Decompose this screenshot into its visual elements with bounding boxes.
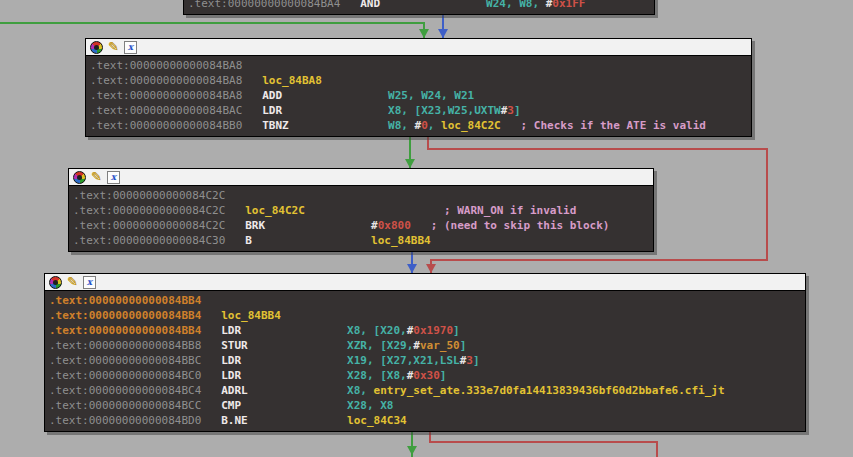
punctuation: , — [433, 354, 440, 367]
punctuation: # — [413, 339, 420, 352]
code-label: loc_84BB4 — [371, 234, 431, 247]
node-body: .text:00000000000084BA8.text:00000000000… — [86, 56, 751, 136]
punctuation — [201, 339, 221, 352]
code-line[interactable]: .text:00000000000084BBC LDR X19, [X27,X2… — [49, 353, 805, 368]
punctuation: , [ — [367, 354, 387, 367]
code-line[interactable]: .text:00000000000084BB4 LDR X8, [X20,#0x… — [49, 323, 805, 338]
address-highlighted: .text:00000000000084BB4 — [49, 309, 201, 322]
punctuation: , — [441, 89, 454, 102]
punctuation — [201, 369, 221, 382]
code-line[interactable]: .text:00000000000084C2C BRK #0x800 ; (ne… — [73, 218, 653, 233]
register: X23 — [421, 104, 441, 117]
register: LSL — [440, 354, 460, 367]
edge-84c2c-to-84bb4-blue-arrowhead — [407, 264, 417, 273]
code-line[interactable]: .text:00000000000084BA8 ADD W25, W24, W2… — [90, 88, 751, 103]
node-color-wheel-icon[interactable] — [73, 171, 86, 184]
edge-84bb4-out-red — [429, 441, 658, 443]
code-label: loc_84C34 — [347, 414, 407, 427]
register: X8 — [388, 104, 401, 117]
graph-canvas[interactable]: .text:00000000000084BA4 AND W24, W8, #0x… — [0, 0, 853, 457]
code-line[interactable]: .text:00000000000084BD0 B.NE loc_84C34 — [49, 413, 805, 428]
punctuation — [201, 414, 221, 427]
edge-84ba8-to-84c2c-green-arrowhead — [405, 159, 415, 168]
mnemonic: LDR — [262, 104, 388, 117]
punctuation: , — [401, 119, 414, 132]
register: W24 — [486, 0, 506, 10]
code-line[interactable]: .text:00000000000084BC4 ADRL X8, entry_s… — [49, 383, 805, 398]
edge-84ba8-to-84bb4-red — [766, 148, 768, 261]
edge-incoming-green-arrowhead — [419, 29, 429, 38]
register: X8 — [347, 384, 360, 397]
punctuation — [501, 119, 521, 132]
mnemonic: ADRL — [221, 384, 347, 397]
code-line[interactable]: .text:00000000000084C2C loc_84C2C ; WARN… — [73, 203, 653, 218]
address: .text:00000000000084C30 — [73, 234, 225, 247]
register: W25 — [388, 89, 408, 102]
code-line[interactable]: .text:00000000000084BA8 loc_84BA8 — [90, 73, 751, 88]
punctuation — [242, 104, 262, 117]
address: .text:00000000000084BB8 — [49, 339, 201, 352]
code-line[interactable]: .text:00000000000084BB4 loc_84BB4 — [49, 308, 805, 323]
pencil-icon[interactable]: ✎ — [108, 40, 119, 53]
register: X28 — [347, 369, 367, 382]
address: .text:00000000000084C2C — [73, 219, 225, 232]
mnemonic: B — [245, 234, 371, 247]
node-body: .text:00000000000084BB4.text:00000000000… — [45, 291, 805, 431]
code-line[interactable]: .text:00000000000084C2C — [73, 188, 653, 203]
register: W8 — [519, 0, 532, 10]
node-title-bar: ✎x — [86, 39, 751, 56]
node-body: .text:00000000000084C2C.text:00000000000… — [69, 186, 653, 251]
number-literal: 0x800 — [378, 219, 411, 232]
code-line[interactable]: .text:00000000000084BC0 LDR X28, [X8,#0x… — [49, 368, 805, 383]
mnemonic: BRK — [245, 219, 371, 232]
punctuation: , — [428, 119, 441, 132]
register: X28 — [347, 399, 367, 412]
code-line[interactable]: .text:00000000000084BB4 — [49, 293, 805, 308]
punctuation: , [ — [367, 369, 387, 382]
mnemonic: LDR — [221, 369, 347, 382]
address: .text:00000000000084BA4 — [188, 0, 340, 10]
code-line[interactable]: .text:00000000000084BCC CMP X28, X8 — [49, 398, 805, 413]
node-color-wheel-icon[interactable] — [90, 41, 103, 54]
code-line[interactable]: .text:00000000000084BA4 AND W24, W8, #0x… — [188, 0, 654, 11]
code-label: loc_84C2C — [441, 119, 501, 132]
mnemonic: ADD — [262, 89, 388, 102]
node-84ba4-partial[interactable]: .text:00000000000084BA4 AND W24, W8, #0x… — [183, 0, 655, 15]
address: .text:00000000000084C2C — [73, 189, 225, 202]
node-color-wheel-icon[interactable] — [49, 276, 62, 289]
code-line[interactable]: .text:00000000000084BAC LDR X8, [X23,W25… — [90, 103, 751, 118]
punctuation — [201, 354, 221, 367]
punctuation — [201, 384, 221, 397]
mnemonic: CMP — [221, 399, 347, 412]
number-literal: 3 — [466, 354, 473, 367]
code-line[interactable]: .text:00000000000084BB8 STUR XZR, [X29,#… — [49, 338, 805, 353]
pencil-icon[interactable]: ✎ — [67, 275, 78, 288]
punctuation: , [ — [367, 339, 387, 352]
punctuation: , — [532, 0, 545, 10]
punctuation: , — [441, 104, 448, 117]
node-loc-84ba8[interactable]: ✎x.text:00000000000084BA8.text:000000000… — [85, 38, 752, 137]
script-icon[interactable]: x — [124, 41, 137, 54]
node-loc-84bb4[interactable]: ✎x.text:00000000000084BB4.text:000000000… — [44, 273, 806, 432]
punctuation: , — [367, 399, 380, 412]
number-literal: 3 — [507, 104, 514, 117]
edge-84bb4-out-red — [656, 441, 658, 457]
node-loc-84c2c[interactable]: ✎x.text:00000000000084C2C.text:000000000… — [68, 168, 654, 252]
mnemonic: STUR — [221, 339, 347, 352]
register: X8 — [387, 369, 400, 382]
comment: ; Checks if the ATE is valid — [521, 119, 706, 132]
punctuation: , — [360, 384, 373, 397]
code-line[interactable]: .text:00000000000084C30 B loc_84BB4 — [73, 233, 653, 248]
address-highlighted: .text:00000000000084BB4 — [49, 324, 201, 337]
script-icon[interactable]: x — [83, 276, 96, 289]
symbol-name: entry_set_ate.333e7d0fa14413839436bf60d2… — [374, 384, 725, 397]
register: X8 — [347, 324, 360, 337]
code-line[interactable]: .text:00000000000084BA8 — [90, 58, 751, 73]
code-line[interactable]: .text:00000000000084BB0 TBNZ W8, #0, loc… — [90, 118, 751, 133]
script-icon[interactable]: x — [107, 171, 120, 184]
pencil-icon[interactable]: ✎ — [91, 170, 102, 183]
register: W25 — [448, 104, 468, 117]
address-highlighted: .text:00000000000084BB4 — [49, 294, 201, 307]
punctuation: ] — [473, 354, 480, 367]
register: W24 — [421, 89, 441, 102]
